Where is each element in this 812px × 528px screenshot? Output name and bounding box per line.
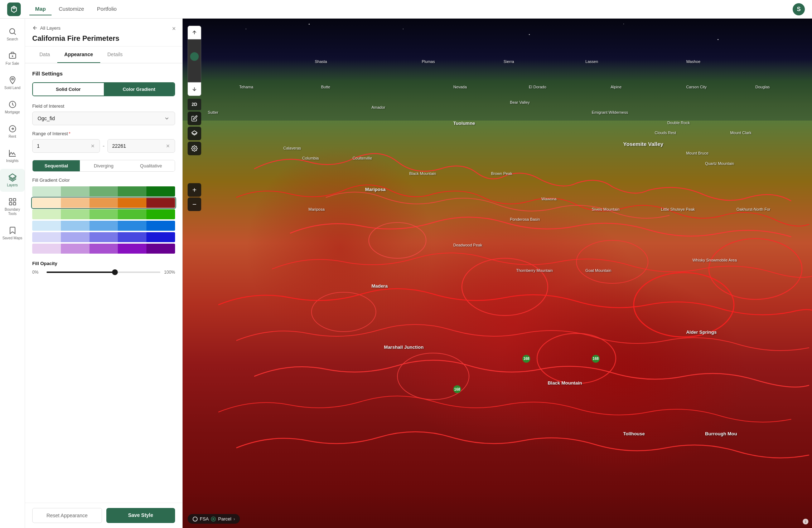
sequential-tab[interactable]: Sequential bbox=[33, 160, 80, 171]
zoom-track[interactable] bbox=[188, 39, 201, 82]
color-swatch bbox=[118, 198, 146, 208]
color-gradient-btn[interactable]: Color Gradient bbox=[104, 83, 175, 96]
sidebar-item-label: Rent bbox=[9, 135, 16, 139]
color-swatch bbox=[90, 198, 118, 208]
view-2d-button[interactable]: 2D bbox=[188, 99, 201, 110]
color-swatch bbox=[90, 244, 118, 254]
fsa-parcel-selector[interactable]: FSA Parcel › bbox=[188, 514, 240, 524]
fsa-radio[interactable] bbox=[193, 517, 198, 522]
close-button[interactable]: × bbox=[172, 25, 176, 33]
sidebar-item-rent[interactable]: Rent bbox=[0, 120, 25, 143]
color-swatch bbox=[61, 186, 90, 196]
parcel-radio[interactable] bbox=[211, 517, 216, 522]
mortgage-icon bbox=[8, 100, 17, 109]
app-logo[interactable] bbox=[7, 3, 21, 16]
settings-btn[interactable] bbox=[188, 142, 201, 155]
color-swatch bbox=[32, 221, 61, 231]
color-row-purple[interactable] bbox=[32, 244, 175, 254]
sidebar-item-search[interactable]: Search bbox=[0, 23, 25, 46]
panel-tabs: Data Appearance Details bbox=[25, 47, 182, 63]
opacity-slider[interactable] bbox=[47, 272, 160, 273]
chevron-down-icon bbox=[164, 116, 170, 121]
color-swatch bbox=[118, 209, 146, 219]
attribution-dot[interactable]: i bbox=[803, 519, 808, 524]
nav-tab-portfolio[interactable]: Portfolio bbox=[91, 3, 122, 15]
layer-panel: All Layers California Fire Perimeters × … bbox=[25, 19, 183, 528]
color-row-dark-blue[interactable] bbox=[32, 232, 175, 242]
color-swatch bbox=[146, 198, 175, 208]
panel-title: California Fire Perimeters bbox=[32, 34, 175, 43]
color-swatch bbox=[61, 209, 90, 219]
color-row-green[interactable] bbox=[32, 186, 175, 196]
zoom-in-button[interactable]: + bbox=[188, 183, 201, 197]
gear-icon bbox=[191, 145, 198, 152]
color-swatch bbox=[32, 186, 61, 196]
tab-data[interactable]: Data bbox=[32, 47, 57, 63]
panel-header: All Layers California Fire Perimeters × bbox=[25, 19, 182, 47]
field-of-interest-value: Ogc_fid bbox=[38, 116, 55, 121]
clear-min-icon[interactable] bbox=[90, 143, 95, 148]
sold-land-icon bbox=[8, 76, 17, 84]
color-swatch bbox=[32, 198, 61, 208]
color-row-orange-red[interactable] bbox=[32, 198, 175, 208]
opacity-thumb[interactable] bbox=[112, 269, 118, 275]
star-dot bbox=[529, 34, 530, 35]
field-of-interest-label: Field of Interest bbox=[32, 103, 175, 109]
zoom-out-button[interactable]: − bbox=[188, 197, 201, 211]
sidebar-item-mortgage[interactable]: Mortgage bbox=[0, 96, 25, 119]
save-style-button[interactable]: Save Style bbox=[106, 508, 175, 523]
sidebar-item-saved-maps[interactable]: Saved Maps bbox=[0, 222, 25, 245]
nav-tab-map[interactable]: Map bbox=[29, 3, 52, 15]
back-to-all-layers[interactable]: All Layers bbox=[32, 25, 175, 31]
color-row-bright-green[interactable] bbox=[32, 209, 175, 219]
fsa-label: FSA bbox=[200, 516, 209, 522]
fill-settings-title: Fill Settings bbox=[32, 70, 175, 77]
clear-max-icon[interactable] bbox=[165, 143, 170, 148]
nav-tab-customize[interactable]: Customize bbox=[53, 3, 90, 15]
opacity-track bbox=[47, 272, 115, 273]
qualitative-tab[interactable]: Qualitative bbox=[127, 160, 175, 171]
sidebar-item-layers[interactable]: Layers bbox=[0, 169, 25, 192]
svg-rect-12 bbox=[13, 202, 16, 205]
back-label: All Layers bbox=[40, 25, 61, 31]
range-inputs: 1 - 22261 bbox=[32, 139, 175, 153]
tab-details[interactable]: Details bbox=[100, 47, 130, 63]
sidebar-item-boundary-tools[interactable]: Boundary Tools bbox=[0, 193, 25, 220]
user-avatar[interactable]: S bbox=[793, 3, 805, 15]
panel-body: Fill Settings Solid Color Color Gradient… bbox=[25, 63, 182, 503]
color-type-tabs: Sequential Diverging Qualitative bbox=[32, 160, 175, 172]
field-of-interest-select[interactable]: Ogc_fid bbox=[32, 112, 175, 125]
sidebar: Search For Sale Sold Land Mortgage Rent bbox=[0, 19, 25, 528]
nav-up-btn[interactable] bbox=[188, 26, 201, 39]
pencil-icon bbox=[191, 115, 198, 122]
map-area[interactable]: Trinity Shasta Plumas Sierra Lassen Wash… bbox=[183, 19, 812, 528]
color-swatch bbox=[61, 221, 90, 231]
color-row-blue[interactable] bbox=[32, 221, 175, 231]
sidebar-item-insights[interactable]: Insights bbox=[0, 145, 25, 167]
solid-color-btn[interactable]: Solid Color bbox=[33, 83, 104, 96]
sidebar-item-for-sale[interactable]: For Sale bbox=[0, 47, 25, 70]
fire-patch-2 bbox=[497, 273, 749, 477]
pencil-btn[interactable] bbox=[188, 112, 201, 125]
svg-rect-10 bbox=[13, 199, 16, 201]
sidebar-item-sold-land[interactable]: Sold Land bbox=[0, 72, 25, 94]
opacity-label: Fill Opacity bbox=[32, 261, 175, 266]
sidebar-item-label: Mortgage bbox=[5, 110, 20, 114]
range-min-input[interactable]: 1 bbox=[32, 139, 100, 153]
star-dot bbox=[309, 24, 310, 25]
color-swatch bbox=[146, 209, 175, 219]
layers-btn[interactable] bbox=[188, 127, 201, 140]
opacity-min: 0% bbox=[32, 270, 43, 275]
fire-patch-3 bbox=[246, 146, 434, 350]
tab-appearance[interactable]: Appearance bbox=[57, 47, 100, 63]
svg-point-26 bbox=[194, 148, 195, 150]
svg-rect-11 bbox=[9, 202, 12, 205]
color-swatch bbox=[146, 186, 175, 196]
color-swatch bbox=[118, 221, 146, 231]
nav-down-btn[interactable] bbox=[188, 82, 201, 96]
rent-icon bbox=[8, 124, 17, 133]
range-max-input[interactable]: 22261 bbox=[107, 139, 175, 153]
zoom-thumb[interactable] bbox=[190, 52, 199, 61]
diverging-tab[interactable]: Diverging bbox=[80, 160, 127, 171]
reset-appearance-button[interactable]: Reset Appearance bbox=[32, 508, 102, 523]
